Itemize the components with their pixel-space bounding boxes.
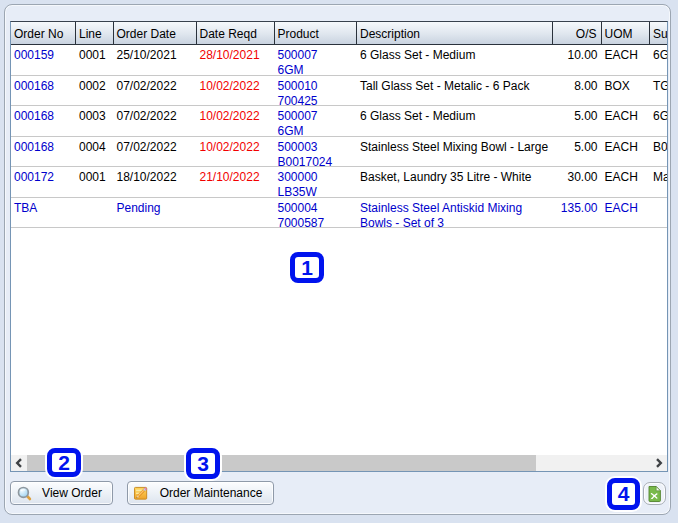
cell-description: 6 Glass Set - Medium (357, 45, 553, 75)
view-order-label: View Order (32, 486, 112, 500)
annotation-3-number: 3 (197, 452, 209, 476)
cell-date-reqd: 10/02/2022 (197, 137, 275, 167)
cell-uom: EACH (602, 198, 651, 228)
cell-order-no: 000172 (11, 167, 76, 197)
order-row-1[interactable]: 000159000125/10/202128/10/2021500007 6GM… (11, 45, 667, 76)
cell-o-s: 8.00 (553, 76, 602, 106)
cell-date-reqd: 10/02/2022 (197, 106, 275, 136)
column-header-uom[interactable]: UOM (602, 22, 651, 44)
cell-o-s: 30.00 (553, 167, 602, 197)
cell-product: 300000 LB35W (275, 167, 358, 197)
column-header-line[interactable]: Line (76, 22, 114, 44)
horizontal-scrollbar[interactable] (11, 455, 667, 471)
cell-order-date: 07/02/2022 (114, 106, 197, 136)
order-row-2[interactable]: 000168000207/02/202210/02/2022500010 700… (11, 76, 667, 107)
annotation-1-number: 1 (301, 256, 313, 280)
cell-line: 0004 (76, 137, 114, 167)
annotation-box-1: 1 (290, 252, 324, 283)
cell-description: Stainless Steel Mixing Bowl - Large (357, 137, 553, 167)
column-header-su[interactable]: Su (650, 22, 667, 44)
cell-order-date: 07/02/2022 (114, 137, 197, 167)
order-maintenance-label: Order Maintenance (149, 486, 273, 500)
scroll-right-button[interactable] (651, 455, 667, 471)
cell-line: 0001 (76, 45, 114, 75)
column-header-date-reqd[interactable]: Date Reqd (197, 22, 275, 44)
cell-order-no: 000168 (11, 106, 76, 136)
column-header-description[interactable]: Description (357, 22, 553, 44)
cell-su: 6G (650, 45, 667, 75)
cell-su: TG (650, 76, 667, 106)
cell-o-s: 5.00 (553, 106, 602, 136)
cell-order-no: TBA (11, 198, 76, 228)
cell-product: 500010 700425 (275, 76, 358, 106)
cell-description: Stainless Steel Antiskid Mixing Bowls - … (357, 198, 553, 228)
column-header-o-s[interactable]: O/S (553, 22, 602, 44)
cell-product: 500003 B0017024 (275, 137, 358, 167)
scroll-left-arrow-icon (15, 458, 23, 468)
cell-su (650, 198, 667, 228)
cell-uom: EACH (602, 167, 651, 197)
scrollbar-thumb[interactable] (27, 455, 536, 471)
cell-o-s: 135.00 (553, 198, 602, 228)
grid-rows: 000159000125/10/202128/10/2021500007 6GM… (11, 45, 667, 228)
order-row-5[interactable]: 000172000118/10/202221/10/2022300000 LB3… (11, 167, 667, 198)
export-excel-button[interactable] (643, 482, 666, 505)
scroll-left-button[interactable] (11, 455, 27, 471)
column-header-product[interactable]: Product (275, 22, 358, 44)
scroll-right-arrow-icon (655, 458, 663, 468)
cell-uom: EACH (602, 45, 651, 75)
cell-order-date: Pending (114, 198, 197, 228)
cell-su: 6G (650, 106, 667, 136)
column-header-order-no[interactable]: Order No (11, 22, 76, 44)
annotation-2-number: 2 (58, 451, 70, 475)
view-order-button[interactable]: View Order (10, 481, 113, 505)
grid-header: Order NoLineOrder DateDate ReqdProductDe… (11, 22, 667, 45)
edit-form-icon (134, 486, 149, 501)
cell-order-date: 07/02/2022 (114, 76, 197, 106)
cell-order-no: 000168 (11, 137, 76, 167)
excel-file-icon (648, 486, 661, 502)
annotation-box-3: 3 (186, 448, 220, 479)
order-row-3[interactable]: 000168000307/02/202210/02/2022500007 6GM… (11, 106, 667, 137)
cell-line (76, 198, 114, 228)
scrollbar-track[interactable] (27, 455, 651, 471)
cell-product: 500007 6GM (275, 106, 358, 136)
cell-line: 0002 (76, 76, 114, 106)
annotation-4-number: 4 (618, 482, 630, 506)
cell-uom: EACH (602, 137, 651, 167)
cell-description: Tall Glass Set - Metalic - 6 Pack (357, 76, 553, 106)
cell-order-no: 000168 (11, 76, 76, 106)
annotation-box-4: 4 (607, 478, 640, 510)
cell-line: 0001 (76, 167, 114, 197)
cell-su: Ma (650, 167, 667, 197)
cell-o-s: 10.00 (553, 45, 602, 75)
annotation-box-2: 2 (47, 448, 81, 477)
cell-su: B0 (650, 137, 667, 167)
order-row-6[interactable]: TBAPending500004 7000587Stainless Steel … (11, 198, 667, 229)
column-header-order-date[interactable]: Order Date (114, 22, 197, 44)
cell-line: 0003 (76, 106, 114, 136)
cell-date-reqd: 28/10/2021 (197, 45, 275, 75)
cell-description: 6 Glass Set - Medium (357, 106, 553, 136)
cell-date-reqd: 21/10/2022 (197, 167, 275, 197)
cell-order-date: 25/10/2021 (114, 45, 197, 75)
order-row-4[interactable]: 000168000407/02/202210/02/2022500003 B00… (11, 137, 667, 168)
cell-order-date: 18/10/2022 (114, 167, 197, 197)
cell-o-s: 5.00 (553, 137, 602, 167)
cell-uom: BOX (602, 76, 651, 106)
cell-date-reqd: 10/02/2022 (197, 76, 275, 106)
cell-order-no: 000159 (11, 45, 76, 75)
orders-grid: Order NoLineOrder DateDate ReqdProductDe… (10, 21, 668, 472)
cell-description: Basket, Laundry 35 Litre - White (357, 167, 553, 197)
cell-product: 500004 7000587 (275, 198, 358, 228)
cell-product: 500007 6GM (275, 45, 358, 75)
order-maintenance-button[interactable]: Order Maintenance (127, 481, 274, 505)
cell-uom: EACH (602, 106, 651, 136)
magnifier-icon (17, 486, 32, 501)
cell-date-reqd (197, 198, 275, 228)
